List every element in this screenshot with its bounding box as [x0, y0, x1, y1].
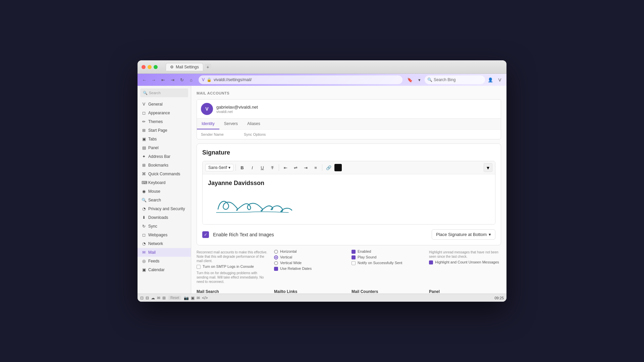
editor-dropdown[interactable]: ▾ [484, 163, 492, 172]
sidebar-item-address-bar[interactable]: ✦ Address Bar [138, 152, 191, 161]
vivaldi-menu-icon[interactable]: V [496, 76, 504, 84]
search-icon: 🔍 [143, 91, 148, 95]
minimize-button[interactable] [148, 65, 152, 69]
sidebar-item-quick-commands[interactable]: ⌘ Quick Commands [138, 170, 191, 178]
vertical-radio[interactable] [274, 255, 278, 259]
highlight-checkbox[interactable] [429, 260, 433, 264]
color-swatch[interactable] [334, 164, 342, 171]
vivaldi-icon: V [202, 77, 205, 82]
main-content: 🔍 Search V General ◻ Appearance ✏ Themes… [138, 86, 506, 294]
sig-name: Jayanne Davidsson [208, 180, 490, 187]
sidebar-item-calendar[interactable]: ▣ Calendar [138, 265, 191, 274]
underline-button[interactable]: U [258, 163, 267, 172]
rich-text-label: Enable Rich Text and Images [213, 232, 274, 237]
sidebar-item-search[interactable]: 🔍 Search [138, 196, 191, 204]
bookmarks-icon[interactable]: 🔖 [406, 76, 414, 84]
search-bar[interactable]: 🔍 Search Bing [425, 75, 485, 84]
sidebar-label: Feeds [148, 259, 159, 263]
sidebar-item-general[interactable]: V General [138, 100, 191, 109]
sidebar-item-privacy[interactable]: ◔ Privacy and Security [138, 204, 191, 213]
sidebar-item-network[interactable]: ◔ Network [138, 239, 191, 248]
vertical-wide-radio[interactable] [274, 261, 278, 265]
play-sound-checkbox[interactable] [352, 255, 356, 259]
font-select[interactable]: Sans-Serif ▾ [205, 164, 233, 171]
settings-tab[interactable]: ⚙ Mail Settings [166, 63, 203, 71]
horizontal-label: Horizontal [280, 249, 297, 253]
sidebar-item-sync[interactable]: ↻ Sync [138, 222, 191, 231]
play-sound-row[interactable]: Play Sound [352, 255, 424, 259]
sidebar-item-tabs[interactable]: ▣ Tabs [138, 135, 191, 143]
panel-icon: ▤ [142, 145, 146, 150]
bookmark-dropdown[interactable]: ▾ [415, 76, 423, 84]
enabled-checkbox[interactable] [352, 250, 356, 254]
account-email: gabrielav@vivaldi.net [216, 105, 497, 110]
notify-sent-row[interactable]: Notify on Successfully Sent [352, 261, 424, 265]
bold-button[interactable]: B [238, 163, 247, 172]
close-button[interactable] [142, 65, 146, 69]
smtp-logs-checkbox[interactable] [197, 265, 201, 269]
search-icon: 🔍 [142, 198, 146, 202]
sidebar-label: Webpages [148, 233, 167, 237]
tab-servers[interactable]: Servers [219, 119, 243, 129]
sidebar-item-appearance[interactable]: ◻ Appearance [138, 109, 191, 117]
horizontal-row[interactable]: Horizontal [274, 249, 346, 254]
add-tab-button[interactable]: + [205, 64, 211, 70]
user-icon[interactable]: 👤 [486, 76, 494, 84]
sidebar-item-panel[interactable]: ▤ Panel [138, 143, 191, 152]
reconnect-desc: Reconnect mail accounts to make this eff… [197, 250, 269, 263]
notify-sent-label: Notify on Successfully Sent [358, 261, 402, 265]
sidebar-label: Mail [148, 250, 156, 255]
reset-button[interactable]: Reset [168, 296, 181, 300]
bookmarks-icon: ⊞ [142, 163, 146, 168]
sidebar-label: Quick Commands [148, 172, 180, 176]
horizontal-radio[interactable] [274, 250, 278, 254]
link-button[interactable]: 🔗 [324, 163, 333, 172]
tab-identity[interactable]: Identity [197, 119, 219, 129]
highlight-unseen-row[interactable]: Highlight and Count Unseen Messages [429, 260, 501, 264]
rich-text-checkbox[interactable]: ✓ [202, 231, 209, 238]
sig-handwriting-container [208, 191, 490, 219]
placement-select[interactable]: Place Signature at Bottom ▾ [432, 229, 495, 240]
sidebar-item-keyboard[interactable]: ⌨ Keyboard [138, 178, 191, 187]
sidebar-item-mail[interactable]: ✉ Mail [138, 248, 191, 257]
sidebar-item-feeds[interactable]: ◎ Feeds [138, 257, 191, 265]
sidebar-item-webpages[interactable]: ◻ Webpages [138, 231, 191, 239]
sidebar-label: Search [148, 198, 161, 202]
sidebar-item-downloads[interactable]: ⬇ Downloads [138, 213, 191, 222]
align-right-button[interactable]: ⇥ [301, 163, 310, 172]
rewind-button[interactable]: ⇤ [159, 76, 167, 84]
vertical-wide-row[interactable]: Vertical Wide [274, 261, 346, 265]
sidebar-label: Bookmarks [148, 163, 168, 168]
home-button[interactable]: ⌂ [187, 76, 195, 84]
network-icon: ◔ [142, 241, 146, 246]
maximize-button[interactable] [154, 65, 158, 69]
tab-aliases[interactable]: Aliases [243, 119, 265, 129]
code-icon: </> [202, 296, 208, 300]
reload-button[interactable]: ↻ [178, 76, 186, 84]
enabled-row[interactable]: Enabled [352, 249, 424, 254]
forward-button[interactable]: → [150, 76, 158, 84]
webpages-icon: ◻ [142, 233, 146, 237]
vertical-row[interactable]: Vertical [274, 255, 346, 259]
align-center-button[interactable]: ⇌ [291, 163, 300, 172]
strikethrough-button[interactable]: T [268, 163, 277, 172]
relative-dates-row[interactable]: Use Relative Dates [274, 266, 346, 271]
sidebar-item-start-page[interactable]: ⊞ Start Page [138, 126, 191, 135]
justify-button[interactable]: ≡ [311, 163, 320, 172]
fast-forward-button[interactable]: ⇥ [168, 76, 176, 84]
notify-sent-checkbox[interactable] [352, 261, 356, 265]
editor-content[interactable]: Jayanne Davidsson [203, 174, 495, 224]
align-left-button[interactable]: ⇤ [281, 163, 290, 172]
sidebar-item-themes[interactable]: ✏ Themes [138, 117, 191, 126]
bottom-settings: Reconnect mail accounts to make this eff… [197, 249, 501, 285]
address-bar[interactable]: V 🔒 vivaldi://settings/mail/ [199, 75, 402, 84]
back-button[interactable]: ← [140, 76, 148, 84]
sidebar-search[interactable]: 🔍 Search [140, 88, 188, 97]
sender-name-col: Sender Name [201, 132, 224, 136]
signature-panel: Signature Sans-Serif ▾ B I U T [197, 143, 501, 245]
italic-button[interactable]: I [248, 163, 257, 172]
sidebar-item-bookmarks[interactable]: ⊞ Bookmarks [138, 161, 191, 170]
relative-dates-checkbox[interactable] [274, 267, 278, 271]
sidebar-item-mouse[interactable]: ◉ Mouse [138, 187, 191, 196]
search-icon: 🔍 [427, 77, 432, 82]
